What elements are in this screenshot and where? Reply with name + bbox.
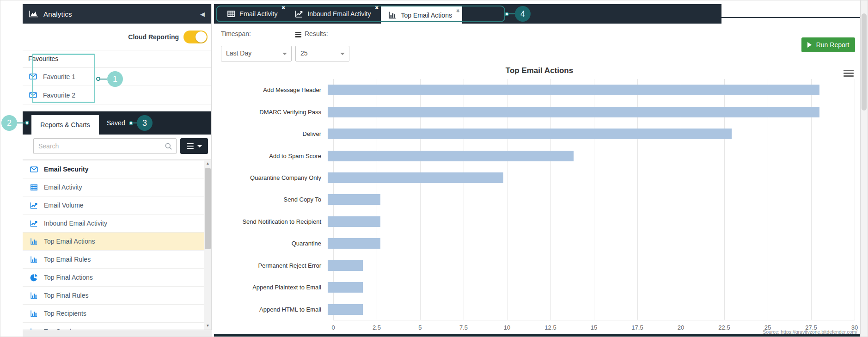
tab-saved[interactable]: Saved [107, 111, 125, 135]
category-label: Deliver [218, 130, 328, 137]
search-input[interactable] [34, 139, 176, 153]
chart-bar-row: Add to Spam Score [218, 145, 855, 166]
line-chart-icon [30, 220, 38, 227]
favourite-item[interactable]: Favourite 2 [23, 86, 211, 104]
chart-bar-row: Append HTML to Email [218, 299, 855, 320]
sidebar-collapse-icon[interactable]: ◀ [200, 11, 205, 18]
favourites-header: Favourites [23, 50, 211, 67]
report-list-item[interactable]: Top Email Actions [23, 233, 204, 251]
x-axis-tick-label: 17.5 [623, 324, 651, 331]
timespan-label: Timespan: [221, 30, 251, 37]
close-tab-icon[interactable]: ✖ [375, 5, 379, 10]
category-label: Permanent Reject Error [218, 262, 328, 269]
chart-context-menu-icon[interactable] [844, 70, 854, 77]
chevron-down-icon [340, 53, 345, 55]
report-list-item[interactable]: Top Senders [23, 323, 204, 330]
category-label: Quarantine [218, 240, 328, 247]
bar-track [328, 123, 855, 145]
callout-3: 3 [137, 115, 153, 131]
page-scrollbar-thumb[interactable] [862, 13, 867, 110]
chevron-down-icon [197, 145, 202, 147]
workspace-tabs: Email Activity ✖ Inbound Email Activity … [220, 4, 462, 24]
list-filter-button[interactable] [180, 138, 208, 154]
bar-track [328, 255, 855, 276]
close-tab-icon[interactable]: ✖ [281, 5, 285, 10]
x-axis-tick-label: 22.5 [710, 324, 738, 331]
bar[interactable] [328, 194, 380, 205]
bar[interactable] [328, 216, 380, 227]
bar[interactable] [328, 151, 574, 161]
bar-track [328, 233, 855, 254]
scrollbar-thumb[interactable] [205, 168, 211, 249]
report-list-item[interactable]: Top Final Rules [23, 287, 204, 305]
callout-4-line [508, 13, 515, 14]
workspace-tab[interactable]: Email Activity ✖ [220, 4, 287, 24]
favourite-label: Favourite 2 [43, 92, 75, 99]
results-select[interactable]: 25 [295, 46, 349, 61]
x-axis-tick-label: 10 [493, 324, 521, 331]
tab-reports-and-charts[interactable]: Reports & Charts [31, 115, 99, 135]
bar[interactable] [328, 260, 363, 271]
scroll-down-icon[interactable]: ▼ [204, 322, 211, 330]
chart-bar-row: Append Plaintext to Email [218, 276, 855, 298]
results-label: Results: [305, 30, 328, 37]
report-label: Top Final Actions [44, 274, 93, 281]
run-report-button[interactable]: Run Report [801, 37, 855, 52]
table-icon [30, 184, 38, 191]
bar-chart-icon [388, 11, 397, 19]
sidebar-bottom-strip [23, 330, 212, 337]
report-label: Email Security [44, 165, 89, 173]
chart-bar-row: Permanent Reject Error [218, 255, 855, 276]
bar[interactable] [328, 85, 819, 95]
report-label: Top Email Rules [44, 256, 91, 263]
callout-2: 2 [1, 115, 17, 131]
envelope-icon [30, 165, 38, 173]
workspace-tab-bar: Email Activity ✖ Inbound Email Activity … [214, 4, 721, 24]
x-axis-tick-label: 5 [406, 324, 434, 331]
toggle-knob [196, 31, 207, 43]
report-list-item[interactable]: Top Recipients [23, 305, 204, 323]
report-list-item[interactable]: Inbound Email Activity [23, 214, 204, 233]
workspace-tab[interactable]: Inbound Email Activity ✖ [287, 4, 381, 24]
line-chart-icon [295, 10, 303, 18]
chart-bar-row: DMARC Verifying Pass [218, 101, 855, 123]
bar-track [328, 167, 855, 189]
cloud-reporting-toggle[interactable] [183, 31, 208, 43]
chart-title: Top Email Actions [218, 66, 861, 75]
report-list-item[interactable]: Top Final Actions [23, 269, 204, 287]
bar-track [328, 299, 855, 320]
bar[interactable] [328, 282, 363, 293]
x-axis-tick-label: 2.5 [363, 324, 391, 331]
timespan-value: Last Day [226, 49, 251, 57]
category-label: Send Notification to Recipient [218, 218, 328, 225]
report-list-item[interactable]: Email Activity [23, 178, 204, 196]
tab-label: Inbound Email Activity [307, 10, 371, 18]
scroll-up-icon[interactable]: ▲ [204, 160, 211, 167]
page-scrollbar[interactable] [860, 0, 868, 337]
report-list: Email Security Email Activity Email Volu… [23, 160, 204, 330]
bar[interactable] [328, 129, 732, 139]
category-label: DMARC Verifying Pass [218, 109, 328, 116]
report-list-item[interactable]: Email Volume [23, 196, 204, 214]
category-label: Add to Spam Score [218, 153, 328, 159]
bar[interactable] [328, 172, 503, 183]
workspace-tab[interactable]: Top Email Actions ✖ [381, 6, 462, 24]
bar[interactable] [328, 304, 363, 315]
bar[interactable] [328, 107, 819, 117]
report-list-item[interactable]: Email Security [23, 160, 204, 178]
x-axis-tick-label: 12.5 [537, 324, 564, 331]
run-report-label: Run Report [816, 41, 850, 49]
sidebar-scrollbar[interactable]: ▲ ▼ [204, 160, 211, 330]
report-list-item[interactable]: Top Email Rules [23, 251, 204, 269]
hamburger-icon [187, 143, 194, 149]
sidebar-title: Analytics [43, 10, 72, 18]
results-icon [295, 32, 301, 37]
timespan-select[interactable]: Last Day [221, 46, 292, 61]
chart-bar-row: Deliver [218, 123, 855, 145]
search-row [23, 135, 211, 160]
close-tab-icon[interactable]: ✖ [456, 8, 460, 13]
sidebar-header: Analytics ◀ [23, 4, 211, 24]
bar[interactable] [328, 238, 380, 249]
chart-bar-row: Send Copy To [218, 189, 855, 210]
search-icon [165, 142, 172, 150]
